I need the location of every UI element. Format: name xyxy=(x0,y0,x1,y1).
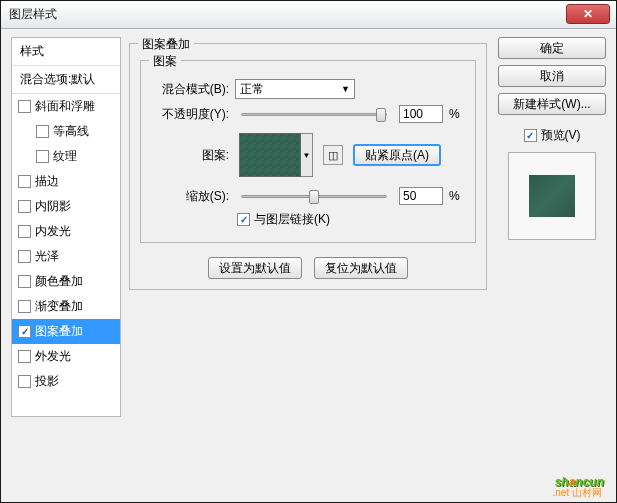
scale-slider[interactable] xyxy=(241,195,387,198)
scale-input[interactable] xyxy=(399,187,443,205)
pattern-overlay-group: 图案叠加 图案 混合模式(B): 正常 ▼ 不透明度(Y): xyxy=(129,43,487,290)
close-icon: ✕ xyxy=(583,7,593,21)
style-color-overlay[interactable]: 颜色叠加 xyxy=(12,269,120,294)
style-label: 斜面和浮雕 xyxy=(35,98,95,115)
opacity-input[interactable] xyxy=(399,105,443,123)
default-buttons-row: 设置为默认值 复位为默认值 xyxy=(140,257,476,279)
reset-default-button[interactable]: 复位为默认值 xyxy=(314,257,408,279)
checkbox[interactable] xyxy=(18,325,31,338)
link-label: 与图层链接(K) xyxy=(254,211,330,228)
group-title: 图案叠加 xyxy=(138,36,194,53)
checkbox[interactable] xyxy=(18,100,31,113)
style-texture[interactable]: 纹理 xyxy=(12,144,120,169)
watermark-sub: .net 山村网 xyxy=(553,486,602,500)
blend-options-default[interactable]: 混合选项:默认 xyxy=(12,66,120,94)
opacity-slider[interactable] xyxy=(241,113,387,116)
pattern-label: 图案: xyxy=(151,147,229,164)
snap-origin-button[interactable]: 贴紧原点(A) xyxy=(353,144,441,166)
opacity-label: 不透明度(Y): xyxy=(151,106,229,123)
pattern-dropdown-arrow[interactable]: ▼ xyxy=(301,133,313,177)
inner-title: 图案 xyxy=(149,53,181,70)
style-bevel-emboss[interactable]: 斜面和浮雕 xyxy=(12,94,120,119)
style-label: 外发光 xyxy=(35,348,71,365)
style-label: 图案叠加 xyxy=(35,323,83,340)
style-label: 投影 xyxy=(35,373,59,390)
style-label: 纹理 xyxy=(53,148,77,165)
style-outer-glow[interactable]: 外发光 xyxy=(12,344,120,369)
preview-checkbox[interactable] xyxy=(524,129,537,142)
blend-mode-value: 正常 xyxy=(240,81,264,98)
pattern-swatch xyxy=(239,133,301,177)
checkbox[interactable] xyxy=(18,250,31,263)
cancel-button[interactable]: 取消 xyxy=(498,65,606,87)
style-stroke[interactable]: 描边 xyxy=(12,169,120,194)
link-with-layer-row: 与图层链接(K) xyxy=(237,211,465,228)
slider-thumb[interactable] xyxy=(309,190,319,204)
style-inner-glow[interactable]: 内发光 xyxy=(12,219,120,244)
style-gradient-overlay[interactable]: 渐变叠加 xyxy=(12,294,120,319)
scale-label: 缩放(S): xyxy=(151,188,229,205)
checkbox[interactable] xyxy=(18,225,31,238)
slider-thumb[interactable] xyxy=(376,108,386,122)
chevron-down-icon: ▼ xyxy=(341,84,350,94)
styles-header[interactable]: 样式 xyxy=(12,38,120,66)
preview-label: 预览(V) xyxy=(541,127,581,144)
new-style-button[interactable]: 新建样式(W)... xyxy=(498,93,606,115)
layer-style-dialog: 图层样式 ✕ 样式 混合选项:默认 斜面和浮雕 等高线 纹理 描边 内阴影 内发… xyxy=(0,0,617,503)
checkbox[interactable] xyxy=(18,275,31,288)
pattern-row: 图案: ▼ ◫ 贴紧原点(A) xyxy=(151,133,465,177)
pattern-picker[interactable]: ▼ xyxy=(239,133,313,177)
set-default-button[interactable]: 设置为默认值 xyxy=(208,257,302,279)
style-satin[interactable]: 光泽 xyxy=(12,244,120,269)
preview-swatch xyxy=(529,175,575,217)
scale-row: 缩放(S): % xyxy=(151,187,465,205)
style-label: 颜色叠加 xyxy=(35,273,83,290)
window-title: 图层样式 xyxy=(9,6,57,23)
dialog-body: 样式 混合选项:默认 斜面和浮雕 等高线 纹理 描边 内阴影 内发光 光泽 颜色… xyxy=(1,29,616,502)
blend-mode-label: 混合模式(B): xyxy=(151,81,229,98)
titlebar: 图层样式 ✕ xyxy=(1,1,616,29)
checkbox[interactable] xyxy=(36,150,49,163)
preview-checkbox-row: 预览(V) xyxy=(498,127,606,144)
style-label: 内阴影 xyxy=(35,198,71,215)
checkbox[interactable] xyxy=(18,175,31,188)
percent-label: % xyxy=(449,189,465,203)
blend-mode-row: 混合模式(B): 正常 ▼ xyxy=(151,79,465,99)
link-checkbox[interactable] xyxy=(237,213,250,226)
opacity-row: 不透明度(Y): % xyxy=(151,105,465,123)
pattern-group: 图案 混合模式(B): 正常 ▼ 不透明度(Y): xyxy=(140,60,476,243)
checkbox[interactable] xyxy=(18,200,31,213)
close-button[interactable]: ✕ xyxy=(566,4,610,24)
checkbox[interactable] xyxy=(18,375,31,388)
style-pattern-overlay[interactable]: 图案叠加 xyxy=(12,319,120,344)
percent-label: % xyxy=(449,107,465,121)
style-label: 等高线 xyxy=(53,123,89,140)
style-label: 描边 xyxy=(35,173,59,190)
blend-mode-select[interactable]: 正常 ▼ xyxy=(235,79,355,99)
styles-list-panel: 样式 混合选项:默认 斜面和浮雕 等高线 纹理 描边 内阴影 内发光 光泽 颜色… xyxy=(11,37,121,417)
checkbox[interactable] xyxy=(36,125,49,138)
main-settings-panel: 图案叠加 图案 混合模式(B): 正常 ▼ 不透明度(Y): xyxy=(129,37,487,417)
new-pattern-icon[interactable]: ◫ xyxy=(323,145,343,165)
style-label: 内发光 xyxy=(35,223,71,240)
preview-box xyxy=(508,152,596,240)
checkbox[interactable] xyxy=(18,300,31,313)
checkbox[interactable] xyxy=(18,350,31,363)
style-drop-shadow[interactable]: 投影 xyxy=(12,369,120,394)
style-inner-shadow[interactable]: 内阴影 xyxy=(12,194,120,219)
ok-button[interactable]: 确定 xyxy=(498,37,606,59)
right-button-panel: 确定 取消 新建样式(W)... 预览(V) xyxy=(498,37,606,240)
style-label: 渐变叠加 xyxy=(35,298,83,315)
style-contour[interactable]: 等高线 xyxy=(12,119,120,144)
style-label: 光泽 xyxy=(35,248,59,265)
